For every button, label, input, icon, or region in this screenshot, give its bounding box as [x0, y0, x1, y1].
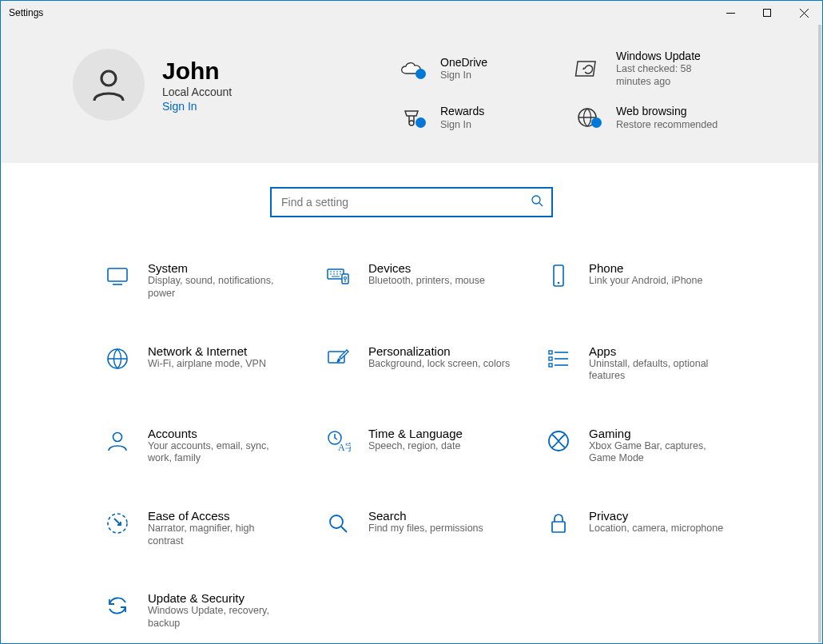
status-dot-icon [415, 69, 426, 79]
maximize-button[interactable] [749, 1, 785, 25]
cat-title: Time & Language [368, 427, 463, 440]
time-language-icon: A字 [325, 428, 354, 457]
cat-apps[interactable]: Apps Uninstall, defaults, optional featu… [546, 344, 734, 383]
globe-icon [568, 105, 606, 130]
cat-personalization[interactable]: Personalization Background, lock screen,… [325, 344, 514, 383]
cat-sub: Xbox Game Bar, captures, Game Mode [589, 440, 733, 465]
svg-text:A字: A字 [338, 442, 351, 453]
minimize-icon [726, 9, 735, 18]
cloud-icon [392, 56, 431, 81]
cat-title: Update & Security [148, 591, 292, 605]
cat-time-language[interactable]: A字 Time & Language Speech, region, date [325, 427, 514, 465]
cat-accounts[interactable]: Accounts Your accounts, email, sync, wor… [105, 427, 293, 465]
svg-point-5 [532, 196, 540, 204]
titlebar: Settings [1, 1, 822, 25]
cat-title: Devices [368, 261, 485, 275]
svg-rect-6 [108, 268, 127, 281]
cat-title: Search [368, 509, 483, 523]
status-dot-icon [415, 117, 426, 128]
cat-sub: Display, sound, notifications, power [148, 275, 292, 300]
svg-point-1 [101, 71, 116, 85]
cat-sub: Bluetooth, printers, mouse [368, 275, 485, 288]
brush-icon [325, 346, 354, 375]
scrollbar[interactable] [818, 25, 821, 642]
cat-sub: Narrator, magnifier, high contrast [148, 523, 292, 547]
svg-rect-16 [549, 364, 552, 367]
maximize-icon [763, 9, 772, 18]
svg-point-11 [558, 282, 560, 284]
tile-sub: Sign In [440, 70, 487, 82]
cat-sub: Uninstall, defaults, optional features [589, 358, 733, 383]
tile-title: Windows Update [616, 49, 728, 63]
close-button[interactable] [785, 1, 822, 25]
header-tiles: OneDrive Sign In Windows Update Last che… [392, 49, 744, 131]
svg-point-17 [113, 432, 122, 441]
cat-title: Network & Internet [148, 344, 266, 358]
person-icon [105, 428, 133, 457]
person-icon [89, 66, 128, 104]
minimize-button[interactable] [712, 1, 749, 25]
tile-onedrive[interactable]: OneDrive Sign In [392, 49, 568, 88]
cat-sub: Windows Update, recovery, backup [148, 605, 292, 630]
cat-ease-of-access[interactable]: Ease of Access Narrator, magnifier, high… [105, 509, 293, 547]
avatar [73, 49, 145, 121]
status-dot-icon [591, 117, 602, 128]
cat-search[interactable]: Search Find my files, permissions [325, 509, 514, 547]
svg-rect-14 [549, 351, 552, 354]
lock-icon [546, 511, 575, 539]
cat-sub: Speech, region, date [368, 440, 463, 453]
close-icon [800, 9, 809, 18]
window-controls [712, 1, 822, 25]
cat-title: Apps [589, 344, 733, 358]
svg-point-3 [409, 121, 414, 125]
cat-title: Privacy [589, 509, 723, 523]
cat-sub: Location, camera, microphone [589, 523, 723, 535]
search-box[interactable] [270, 187, 553, 217]
tile-windows-update[interactable]: Windows Update Last checked: 58 minutes … [568, 49, 744, 88]
svg-rect-0 [763, 9, 770, 16]
cat-devices[interactable]: Devices Bluetooth, printers, mouse [325, 261, 514, 300]
svg-point-22 [330, 515, 343, 528]
cat-title: Accounts [148, 427, 292, 440]
cat-title: System [148, 261, 292, 275]
cat-sub: Find my files, permissions [368, 523, 483, 535]
search-input[interactable] [280, 195, 531, 209]
cat-network[interactable]: Network & Internet Wi-Fi, airplane mode,… [105, 344, 293, 383]
display-icon [105, 263, 133, 292]
sign-in-link[interactable]: Sign In [162, 100, 232, 113]
globe-icon [105, 346, 133, 375]
window-title: Settings [1, 7, 43, 18]
tile-title: Rewards [440, 104, 484, 118]
tile-sub: Last checked: 58 minutes ago [616, 63, 728, 88]
sync-icon [105, 593, 133, 622]
tile-sub: Restore recommended [616, 119, 718, 132]
search-icon [531, 194, 543, 210]
categories-grid: System Display, sound, notifications, po… [1, 229, 822, 630]
svg-rect-15 [549, 357, 552, 360]
user-name: John [162, 58, 232, 84]
cat-sub: Background, lock screen, colors [368, 358, 510, 371]
tile-title: OneDrive [440, 55, 487, 70]
tile-title: Web browsing [616, 104, 718, 118]
cat-sub: Wi-Fi, airplane mode, VPN [148, 358, 266, 371]
user-block[interactable]: John Local Account Sign In [73, 49, 376, 121]
accessibility-icon [105, 511, 133, 539]
cat-sub: Link your Android, iPhone [589, 275, 702, 288]
cat-privacy[interactable]: Privacy Location, camera, microphone [546, 509, 734, 547]
search-icon [325, 511, 354, 539]
tile-web-browsing[interactable]: Web browsing Restore recommended [568, 104, 744, 131]
cat-system[interactable]: System Display, sound, notifications, po… [105, 261, 293, 300]
tile-rewards[interactable]: Rewards Sign In [392, 104, 568, 131]
cat-phone[interactable]: Phone Link your Android, iPhone [546, 261, 734, 300]
tile-sub: Sign In [440, 119, 484, 132]
rewards-icon [392, 105, 431, 130]
cat-update-security[interactable]: Update & Security Windows Update, recove… [105, 591, 293, 630]
list-icon [546, 346, 575, 375]
cat-title: Ease of Access [148, 509, 292, 523]
user-account-type: Local Account [162, 85, 232, 98]
cat-title: Phone [589, 261, 702, 275]
cat-gaming[interactable]: Gaming Xbox Game Bar, captures, Game Mod… [546, 427, 734, 465]
cat-title: Gaming [589, 427, 733, 440]
keyboard-icon [325, 263, 354, 292]
phone-icon [546, 263, 575, 292]
